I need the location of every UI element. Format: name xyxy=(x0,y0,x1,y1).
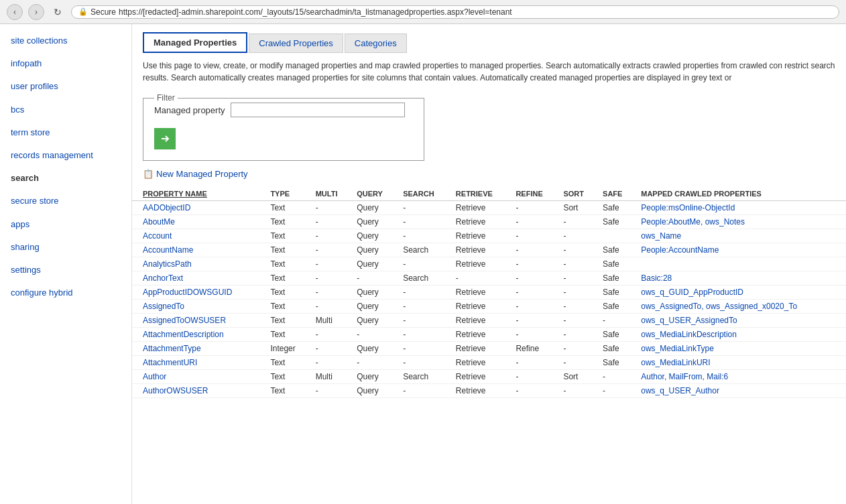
mapped-cell[interactable] xyxy=(636,257,846,271)
new-property-label: New Managed Property xyxy=(156,169,248,179)
mapped-cell[interactable]: People:AccountName xyxy=(636,243,846,257)
sort-cell: - xyxy=(558,257,597,271)
sidebar-item-site-collections[interactable]: site collections xyxy=(0,29,131,52)
mapped-cell[interactable]: ows_q_USER_Author xyxy=(636,384,846,398)
query-cell: Query xyxy=(351,286,398,300)
mapped-cell[interactable]: ows_MediaLinkType xyxy=(636,342,846,356)
main-content: Managed Properties Crawled Properties Ca… xyxy=(132,24,846,504)
mapped-cell[interactable]: Author, MailFrom, Mail:6 xyxy=(636,370,846,384)
sidebar-item-infopath[interactable]: infopath xyxy=(0,52,131,75)
mapped-cell[interactable]: ows_MediaLinkDescription xyxy=(636,328,846,342)
page-container: site collections infopath user profiles … xyxy=(0,24,846,504)
mapped-cell[interactable]: ows_Name xyxy=(636,229,846,243)
table-row: AssignedToOWSUSERTextMultiQuery-Retrieve… xyxy=(132,314,846,328)
safe-cell: Safe xyxy=(597,201,636,215)
type-cell: Text xyxy=(265,286,310,300)
col-header-name: PROPERTY NAME xyxy=(132,187,265,201)
filter-go-container xyxy=(154,128,413,149)
sidebar-item-term-store[interactable]: term store xyxy=(0,121,131,144)
safe-cell: Safe xyxy=(597,271,636,286)
back-button[interactable]: ‹ xyxy=(7,4,23,20)
mapped-cell[interactable]: Basic:28 xyxy=(636,271,846,286)
property-name-cell[interactable]: Account xyxy=(132,229,265,243)
refine-cell: - xyxy=(510,370,558,384)
type-cell: Text xyxy=(265,384,310,398)
multi-cell: - xyxy=(310,229,352,243)
tab-managed-properties[interactable]: Managed Properties xyxy=(143,32,247,53)
page-description: Use this page to view, create, or modify… xyxy=(132,53,846,90)
table-row: AttachmentURIText---Retrieve--Safeows_Me… xyxy=(132,356,846,370)
col-header-query: QUERY xyxy=(351,187,398,201)
property-name-cell[interactable]: AccountName xyxy=(132,243,265,257)
sidebar-item-bcs[interactable]: bcs xyxy=(0,99,131,121)
query-cell: - xyxy=(351,271,398,286)
sort-cell: - xyxy=(558,342,597,356)
filter-go-button[interactable] xyxy=(154,128,176,149)
refine-cell: - xyxy=(510,300,558,314)
retrieve-cell: Retrieve xyxy=(450,300,511,314)
sidebar-item-configure-hybrid[interactable]: configure hybrid xyxy=(0,281,131,304)
tab-crawled-properties[interactable]: Crawled Properties xyxy=(249,34,343,53)
search-cell: - xyxy=(398,286,450,300)
mapped-cell[interactable]: ows_MediaLinkURI xyxy=(636,356,846,370)
new-managed-property-link[interactable]: 📋 New Managed Property xyxy=(132,164,846,184)
property-name-cell[interactable]: AuthorOWSUSER xyxy=(132,384,265,398)
sort-cell: - xyxy=(558,328,597,342)
sidebar-item-secure-store[interactable]: secure store xyxy=(0,190,131,212)
multi-cell: - xyxy=(310,286,352,300)
mapped-cell[interactable]: People:AboutMe, ows_Notes xyxy=(636,215,846,229)
property-name-cell[interactable]: AnalyticsPath xyxy=(132,257,265,271)
mapped-cell[interactable]: ows_AssignedTo, ows_Assigned_x0020_To xyxy=(636,300,846,314)
table-row: AppProductIDOWSGUIDText-Query-Retrieve--… xyxy=(132,286,846,300)
query-cell: Query xyxy=(351,243,398,257)
sidebar-item-search[interactable]: search xyxy=(0,167,131,190)
multi-cell: - xyxy=(310,201,352,215)
table-row: AboutMeText-Query-Retrieve--SafePeople:A… xyxy=(132,215,846,229)
refine-cell: - xyxy=(510,243,558,257)
tab-categories[interactable]: Categories xyxy=(345,34,407,53)
sidebar-item-settings[interactable]: settings xyxy=(0,259,131,281)
query-cell: - xyxy=(351,328,398,342)
property-name-cell[interactable]: Author xyxy=(132,370,265,384)
search-cell: - xyxy=(398,229,450,243)
type-cell: Text xyxy=(265,215,310,229)
sidebar-item-records-management[interactable]: records management xyxy=(0,144,131,167)
col-header-type: TYPE xyxy=(265,187,310,201)
table-row: AccountText-Query-Retrieve--ows_Name xyxy=(132,229,846,243)
property-name-cell[interactable]: AADObjectID xyxy=(132,201,265,215)
search-cell: Search xyxy=(398,370,450,384)
refine-cell: - xyxy=(510,314,558,328)
mapped-cell[interactable]: ows_q_GUID_AppProductID xyxy=(636,286,846,300)
property-name-cell[interactable]: AttachmentDescription xyxy=(132,328,265,342)
property-name-cell[interactable]: AttachmentURI xyxy=(132,356,265,370)
property-name-cell[interactable]: AppProductIDOWSGUID xyxy=(132,286,265,300)
query-cell: Query xyxy=(351,370,398,384)
reload-button[interactable]: ↻ xyxy=(50,4,66,20)
property-name-cell[interactable]: AssignedToOWSUSER xyxy=(132,314,265,328)
retrieve-cell: Retrieve xyxy=(450,257,511,271)
multi-cell: - xyxy=(310,328,352,342)
search-cell: - xyxy=(398,356,450,370)
search-cell: - xyxy=(398,314,450,328)
retrieve-cell: Retrieve xyxy=(450,356,511,370)
property-name-cell[interactable]: AssignedTo xyxy=(132,300,265,314)
search-cell: - xyxy=(398,384,450,398)
property-name-cell[interactable]: AnchorText xyxy=(132,271,265,286)
query-cell: Query xyxy=(351,314,398,328)
sidebar-item-user-profiles[interactable]: user profiles xyxy=(0,75,131,98)
sidebar-item-apps[interactable]: apps xyxy=(0,213,131,236)
col-header-safe: SAFE xyxy=(597,187,636,201)
mapped-cell[interactable]: People:msOnline-ObjectId xyxy=(636,201,846,215)
property-name-cell[interactable]: AttachmentType xyxy=(132,342,265,356)
property-name-cell[interactable]: AboutMe xyxy=(132,215,265,229)
retrieve-cell: Retrieve xyxy=(450,370,511,384)
filter-input[interactable] xyxy=(231,103,405,117)
refine-cell: - xyxy=(510,271,558,286)
secure-label: Secure xyxy=(90,7,116,17)
sidebar-item-sharing[interactable]: sharing xyxy=(0,236,131,259)
safe-cell: Safe xyxy=(597,356,636,370)
multi-cell: - xyxy=(310,300,352,314)
mapped-cell[interactable]: ows_q_USER_AssignedTo xyxy=(636,314,846,328)
forward-button[interactable]: › xyxy=(28,4,44,20)
col-header-sort: SORT xyxy=(558,187,597,201)
